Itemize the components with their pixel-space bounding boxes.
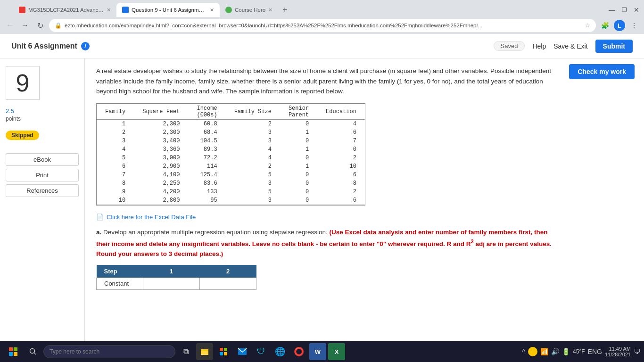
table-cell: 3,400 (134, 137, 188, 145)
col-income: Income(000s) (188, 104, 225, 119)
new-tab-button[interactable]: + (278, 3, 291, 16)
table-cell: 4 (317, 119, 365, 128)
time-display[interactable]: 11:49 AM 11/28/2021 (605, 346, 631, 357)
app-header: Unit 6 Assignment i Saved Help Save & Ex… (0, 34, 644, 58)
table-cell: 2,250 (134, 179, 188, 188)
app-title-group: Unit 6 Assignment i (11, 42, 494, 50)
table-cell: 0 (280, 179, 317, 188)
browser-tab-1[interactable]: MG315DLCF2A2021 Advanced B... ✕ (13, 3, 116, 17)
tab-close-3[interactable]: ✕ (268, 7, 272, 13)
start-button[interactable] (4, 342, 23, 361)
taskbar-shield-icon[interactable]: 🛡 (253, 343, 270, 360)
svg-rect-8 (224, 352, 227, 355)
table-cell: 114 (188, 162, 225, 171)
check-my-work-button[interactable]: Check my work (569, 64, 635, 79)
table-cell: 2 (226, 119, 280, 128)
svg-line-1 (34, 353, 36, 354)
excel-link[interactable]: 📄 Click here for the Excel Data File (96, 214, 633, 221)
step-constant-2[interactable] (200, 278, 256, 290)
chevron-up-icon[interactable]: ^ (522, 348, 526, 355)
table-row: 82,25083.6308 (97, 179, 365, 188)
table-cell: 0 (317, 145, 365, 154)
save-exit-link[interactable]: Save & Exit (553, 42, 587, 50)
table-cell: 2 (97, 128, 134, 137)
refresh-button[interactable]: ↻ (34, 19, 46, 32)
info-icon[interactable]: i (81, 42, 90, 50)
taskbar-search-text: Type here to search (50, 348, 99, 355)
volume-icon[interactable]: 🔊 (551, 348, 559, 355)
print-button[interactable]: Print (6, 169, 79, 181)
table-cell: 7 (317, 137, 365, 145)
battery-icon[interactable]: 🔋 (562, 348, 570, 355)
step-col-2: 2 (200, 265, 256, 278)
table-cell: 0 (280, 137, 317, 145)
table-row: 62,9001142110 (97, 162, 365, 171)
browser-tab-2[interactable]: Question 9 - Unit 6 Assignment... ✕ (116, 3, 220, 17)
table-cell: 9 (97, 188, 134, 196)
svg-rect-5 (220, 348, 223, 351)
part-a-section: a. Develop an appropriate multiple regre… (96, 227, 558, 259)
taskbar-mail-icon[interactable] (234, 343, 251, 360)
network-icon[interactable]: 📶 (540, 348, 548, 355)
table-cell: 2 (317, 188, 365, 196)
svg-rect-4 (201, 349, 204, 351)
table-cell: 2,300 (134, 128, 188, 137)
table-cell: 2,900 (134, 162, 188, 171)
address-bar[interactable]: 🔒 ezto.mheducation.com/ext/map/index.htm… (49, 19, 596, 32)
table-cell: 68.4 (188, 128, 225, 137)
store-icon (219, 347, 228, 356)
step-table-wrapper: Step 1 2 Constant (96, 265, 633, 290)
step-table: Step 1 2 Constant (96, 265, 256, 290)
excel-link-text: Click here for the Excel Data File (107, 214, 196, 221)
tab-label-3: Course Hero (235, 7, 265, 13)
tab-icon-2 (122, 7, 129, 13)
col-family: Family (97, 104, 134, 119)
back-button[interactable]: ← (4, 19, 16, 32)
tab-close-1[interactable]: ✕ (107, 7, 111, 13)
col-education: Education (317, 104, 365, 119)
help-link[interactable]: Help (532, 42, 546, 50)
task-view-button[interactable]: ⧉ (177, 343, 194, 360)
points-label: points (6, 115, 79, 122)
close-button[interactable]: ✕ (631, 4, 642, 16)
url-text: ezto.mheducation.com/ext/map/index.html?… (65, 23, 582, 28)
step-constant-label: Constant (97, 278, 143, 290)
table-row: 74,100125.4506 (97, 171, 365, 179)
table-cell: 4,200 (134, 188, 188, 196)
references-button[interactable]: References (6, 184, 79, 197)
taskbar-store-icon[interactable] (215, 343, 232, 360)
table-cell: 83.6 (188, 179, 225, 188)
search-icon (29, 348, 37, 355)
table-cell: 4,100 (134, 171, 188, 179)
taskbar-edge-icon[interactable]: 🌐 (272, 343, 289, 360)
points-value: 2.5 (6, 107, 79, 115)
table-row: 12,30060.8204 (97, 119, 365, 128)
search-button[interactable] (25, 343, 41, 360)
table-cell: 0 (280, 171, 317, 179)
tab-close-2[interactable]: ✕ (210, 7, 214, 13)
step-row-constant: Constant (97, 278, 256, 290)
forward-button[interactable]: → (19, 19, 31, 32)
menu-icon[interactable]: ⋮ (628, 19, 640, 32)
step-constant-1[interactable] (143, 278, 200, 290)
table-cell: 95 (188, 196, 225, 205)
extensions-icon[interactable]: 🧩 (599, 19, 611, 32)
taskbar-search-box[interactable]: Type here to search (43, 345, 175, 358)
content-area: Check my work A real estate developer wi… (85, 58, 644, 341)
taskbar-excel-icon[interactable]: X (328, 343, 345, 360)
browser-tab-3[interactable]: Course Hero ✕ (220, 3, 278, 17)
restore-button[interactable]: ❐ (619, 4, 630, 16)
taskbar-explorer-icon[interactable] (196, 343, 213, 360)
ebook-button[interactable]: eBook (6, 153, 79, 166)
user-avatar[interactable]: L (614, 20, 625, 31)
notifications-icon[interactable]: 🗨 (634, 348, 640, 355)
explorer-icon (200, 347, 209, 356)
table-cell: 5 (97, 154, 134, 162)
minimize-button[interactable]: — (606, 4, 618, 16)
taskbar-chrome-icon[interactable]: ⭕ (290, 343, 307, 360)
status-indicator (528, 347, 537, 356)
taskbar-word-icon[interactable]: W (309, 343, 326, 360)
table-row: 94,200133502 (97, 188, 365, 196)
mail-icon (238, 348, 247, 355)
submit-button[interactable]: Submit (595, 40, 633, 53)
